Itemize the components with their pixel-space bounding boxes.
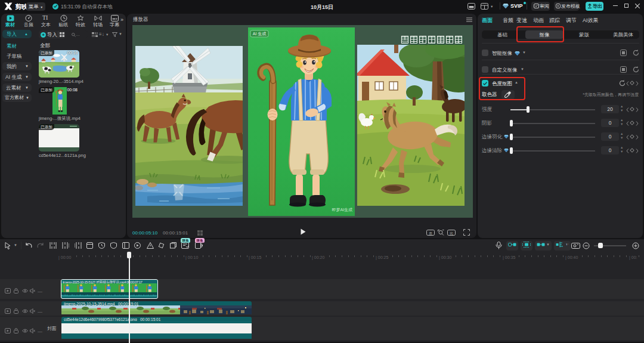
svg-text:即梦AI生成: 即梦AI生成	[332, 208, 352, 212]
svg-text:比: 比	[450, 231, 453, 235]
svg-text:AI 生成: AI 生成	[253, 32, 267, 36]
svg-text:原: 原	[429, 231, 432, 235]
